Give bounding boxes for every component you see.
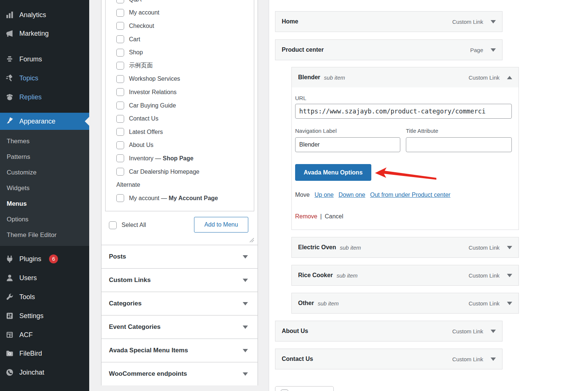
page-checkbox[interactable] — [116, 88, 124, 96]
page-list-item: Inventory — Shop Page — [116, 152, 250, 165]
chevron-down-icon — [243, 326, 248, 329]
menu-item-bar-contact-us[interactable]: Contact Us Custom Link — [275, 349, 503, 369]
page-checkbox[interactable] — [116, 9, 124, 17]
chevron-down-icon[interactable] — [507, 274, 512, 277]
menu-item-bar-about-us[interactable]: About Us Custom Link — [275, 321, 503, 342]
page-checkbox[interactable] — [116, 168, 124, 176]
settings-icon — [6, 312, 14, 320]
chevron-up-icon[interactable] — [507, 76, 512, 79]
move-up-one-link[interactable]: Up one — [314, 192, 334, 198]
page-list-item: Investor Relations — [116, 86, 250, 99]
accordion-section-custom-links[interactable]: Custom Links — [101, 268, 258, 292]
sidebar-item-marketing[interactable]: Marketing — [0, 26, 89, 41]
sidebar-subitem-themes[interactable]: Themes — [0, 134, 89, 149]
cancel-link[interactable]: Cancel — [325, 213, 343, 220]
url-label: URL — [295, 95, 306, 101]
bar-chart-icon — [6, 11, 14, 19]
move-label: Move — [295, 192, 310, 198]
select-all-row: Select All — [109, 218, 146, 233]
url-input[interactable] — [295, 104, 512, 119]
sidebar-item-forums[interactable]: Forums — [0, 52, 89, 67]
sidebar-item-topics[interactable]: Topics — [0, 71, 89, 86]
page-list-item: Checkout — [116, 19, 250, 33]
chevron-down-icon — [243, 279, 248, 282]
navigation-label-input[interactable] — [295, 137, 400, 152]
page-checkbox[interactable] — [116, 141, 124, 149]
sidebar-item-joinchat[interactable]: Joinchat — [0, 365, 89, 380]
sidebar-subitem-options[interactable]: Options — [0, 212, 89, 227]
page-checkbox-list: Q&A My account Checkout Cart Shop 示例页面 W… — [116, 0, 250, 205]
page-checkbox[interactable] — [116, 115, 124, 123]
page-checkbox[interactable] — [116, 62, 124, 70]
sidebar-item-settings[interactable]: Settings — [0, 308, 89, 323]
chevron-down-icon[interactable] — [491, 20, 496, 23]
page-checkbox[interactable] — [116, 0, 124, 3]
page-list-item: Contact Us — [116, 112, 250, 125]
sidebar-item-acf[interactable]: ACF — [0, 327, 89, 342]
accordion-section-categories[interactable]: Categories — [101, 292, 258, 315]
chat-icon — [6, 368, 14, 376]
menu-item-bar-product-center[interactable]: Product center Page — [275, 39, 503, 60]
avada-menu-options-button[interactable]: Avada Menu Options — [295, 164, 371, 181]
sidebar-subitem-patterns[interactable]: Patterns — [0, 149, 89, 165]
page-list-item: About Us — [116, 139, 250, 152]
page-checkbox[interactable] — [116, 22, 124, 30]
select-all-checkbox[interactable] — [109, 221, 117, 229]
page-checkbox[interactable] — [116, 128, 124, 136]
page-list-item: Car Buying Guide — [116, 99, 250, 112]
page-checkbox[interactable] — [116, 35, 124, 43]
page-list-item: Shop — [116, 46, 250, 59]
page-checkbox[interactable] — [116, 102, 124, 109]
accordion-section-woocommerce-endpoints[interactable]: WooCommerce endpoints — [101, 362, 258, 385]
page-list-item: Workshop Services — [116, 73, 250, 86]
sidebar-item-replies[interactable]: Replies — [0, 90, 89, 105]
title-attribute-label: Title Attribute — [406, 128, 438, 134]
page-checkbox[interactable] — [116, 194, 124, 202]
move-down-one-link[interactable]: Down one — [339, 192, 365, 198]
chevron-down-icon[interactable] — [507, 302, 512, 305]
megaphone-icon — [6, 29, 14, 38]
bee-icon — [6, 93, 14, 101]
sidebar-item-appearance[interactable]: Appearance — [0, 113, 89, 130]
update-count-badge: 6 — [49, 254, 58, 263]
chevron-down-icon[interactable] — [491, 48, 496, 52]
sidebar-item-plugins[interactable]: Plugins 6 — [0, 251, 89, 266]
sidebar-item-analytics[interactable]: Analytics — [0, 7, 89, 22]
page-list-item: My account — My Account Page — [116, 192, 250, 205]
chevron-down-icon[interactable] — [491, 330, 496, 333]
page-list-item: Cart — [116, 33, 250, 46]
chevron-down-icon[interactable] — [491, 358, 496, 361]
move-out-link[interactable]: Out from under Product center — [370, 192, 450, 198]
sidebar-subitem-theme-file-editor[interactable]: Theme File Editor — [0, 227, 89, 243]
chevron-down-icon — [243, 372, 248, 376]
page-checkbox[interactable] — [116, 75, 124, 83]
sidebar-item-users[interactable]: Users — [0, 270, 89, 285]
page-checkbox[interactable] — [116, 49, 124, 57]
menu-item-bar-electric-oven[interactable]: Electric Oven sub item Custom Link — [291, 237, 519, 258]
bulk-select-checkbox[interactable] — [281, 390, 288, 391]
resize-handle-icon[interactable] — [249, 237, 254, 243]
sidebar-subitem-menus[interactable]: Menus — [0, 196, 89, 212]
accordion-section-event-categories[interactable]: Event Categories — [101, 315, 258, 339]
accordion-section-avada-special-menu-items[interactable]: Avada Special Menu Items — [101, 339, 258, 362]
menu-item-editor: URL Navigation Label Title Attribute Ava… — [291, 87, 519, 230]
sidebar-item-tools[interactable]: Tools — [0, 289, 89, 304]
bulk-select-box — [275, 386, 334, 391]
sidebar-item-filebird[interactable]: FileBird — [0, 346, 89, 361]
menu-item-bar-rice-cooker[interactable]: Rice Cooker sub item Custom Link — [291, 265, 519, 286]
wordpress-menus-page: Analytics Marketing Forums Topics Replie… — [0, 0, 588, 391]
remove-cancel-row: Remove | Cancel — [295, 213, 343, 220]
page-list-item: Alternate — [116, 178, 250, 192]
add-to-menu-button[interactable]: Add to Menu — [194, 217, 248, 233]
title-attribute-input[interactable] — [406, 137, 512, 152]
menu-item-bar-blender[interactable]: Blender sub item Custom Link — [291, 67, 519, 88]
sidebar-subitem-widgets[interactable]: Widgets — [0, 180, 89, 196]
menu-item-bar-other[interactable]: Other sub item Custom Link — [291, 293, 519, 314]
sidebar-subitem-customize[interactable]: Customize — [0, 165, 89, 180]
page-checkbox[interactable] — [116, 154, 124, 162]
accordion-section-posts[interactable]: Posts — [101, 245, 258, 268]
remove-link[interactable]: Remove — [295, 213, 317, 220]
user-icon — [6, 274, 14, 282]
menu-item-bar-home[interactable]: Home Custom Link — [275, 11, 503, 32]
chevron-down-icon[interactable] — [507, 246, 512, 249]
